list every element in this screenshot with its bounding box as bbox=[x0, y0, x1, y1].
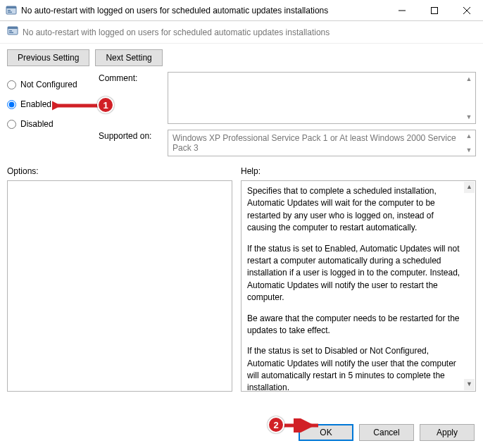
radio-not-configured-label: Not Configured bbox=[20, 80, 77, 89]
scroll-up-icon[interactable]: ▲ bbox=[464, 74, 474, 84]
scroll-down-icon[interactable]: ▼ bbox=[464, 112, 474, 122]
policy-header: No auto-restart with logged on users for… bbox=[0, 21, 483, 44]
help-paragraph: If the status is set to Enabled, Automat… bbox=[247, 243, 464, 304]
fields: Comment: ▲ ▼ Supported on: Windows XP Pr… bbox=[99, 72, 476, 156]
policy-icon bbox=[7, 25, 18, 39]
apply-button[interactable]: Apply bbox=[420, 424, 475, 441]
lower-panels: Options: Help: ▲ ▼ Specifies that to com… bbox=[0, 163, 483, 392]
help-box: ▲ ▼ Specifies that to complete a schedul… bbox=[241, 180, 476, 392]
help-paragraph: If the status is set to Disabled or Not … bbox=[247, 345, 464, 392]
supported-value: Windows XP Professional Service Pack 1 o… bbox=[168, 130, 476, 156]
svg-rect-6 bbox=[8, 27, 18, 29]
supported-label: Supported on: bbox=[99, 130, 162, 141]
comment-input[interactable]: ▲ ▼ bbox=[168, 72, 476, 124]
close-button[interactable] bbox=[451, 0, 483, 20]
options-label: Options: bbox=[7, 166, 232, 176]
titlebar: No auto-restart with logged on users for… bbox=[0, 0, 483, 21]
comment-label: Comment: bbox=[99, 72, 162, 83]
svg-rect-4 bbox=[432, 7, 438, 13]
scroll-up-icon[interactable]: ▲ bbox=[464, 131, 474, 141]
radio-disabled[interactable]: Disabled bbox=[7, 114, 99, 134]
scroll-down-icon[interactable]: ▼ bbox=[464, 145, 474, 155]
annotation-badge-2: 2 bbox=[268, 416, 284, 433]
svg-rect-7 bbox=[9, 30, 12, 32]
next-setting-button[interactable]: Next Setting bbox=[95, 49, 162, 66]
window-title: No auto-restart with logged on users for… bbox=[21, 6, 386, 15]
radio-enabled[interactable]: Enabled bbox=[7, 94, 99, 114]
previous-setting-button[interactable]: Previous Setting bbox=[7, 49, 89, 66]
help-paragraph: Be aware that the computer needs to be r… bbox=[247, 313, 464, 337]
radio-not-configured-input[interactable] bbox=[7, 80, 16, 89]
state-radios: Not Configured Enabled Disabled bbox=[7, 72, 99, 156]
radio-not-configured[interactable]: Not Configured bbox=[7, 75, 99, 94]
options-column: Options: bbox=[7, 166, 232, 392]
options-box bbox=[7, 180, 232, 392]
svg-rect-3 bbox=[8, 11, 12, 13]
config-zone: Not Configured Enabled Disabled Comment:… bbox=[0, 72, 483, 163]
help-label: Help: bbox=[241, 166, 476, 176]
supported-field: Supported on: Windows XP Professional Se… bbox=[99, 130, 476, 156]
maximize-button[interactable] bbox=[418, 0, 451, 20]
svg-rect-2 bbox=[8, 10, 11, 11]
help-scroll-up-icon[interactable]: ▲ bbox=[464, 182, 475, 193]
radio-disabled-label: Disabled bbox=[20, 119, 54, 129]
nav-row: Previous Setting Next Setting bbox=[0, 44, 483, 72]
minimize-button[interactable] bbox=[386, 0, 418, 20]
help-scroll-down-icon[interactable]: ▼ bbox=[464, 379, 475, 390]
comment-field: Comment: ▲ ▼ bbox=[99, 72, 476, 124]
window-controls bbox=[386, 0, 483, 20]
svg-rect-1 bbox=[6, 6, 16, 8]
app-icon bbox=[6, 5, 17, 16]
annotation-badge-1: 1 bbox=[97, 97, 114, 113]
dialog-footer: OK Cancel Apply bbox=[299, 424, 475, 441]
radio-enabled-input[interactable] bbox=[7, 100, 16, 109]
cancel-button[interactable]: Cancel bbox=[359, 424, 414, 441]
svg-rect-8 bbox=[9, 32, 13, 34]
radio-enabled-label: Enabled bbox=[20, 99, 51, 109]
policy-title: No auto-restart with logged on users for… bbox=[23, 27, 330, 37]
help-paragraph: Specifies that to complete a scheduled i… bbox=[247, 185, 464, 235]
radio-disabled-input[interactable] bbox=[7, 120, 16, 129]
help-column: Help: ▲ ▼ Specifies that to complete a s… bbox=[241, 166, 476, 392]
supported-text: Windows XP Professional Service Pack 1 o… bbox=[172, 133, 456, 153]
ok-button[interactable]: OK bbox=[299, 424, 353, 441]
